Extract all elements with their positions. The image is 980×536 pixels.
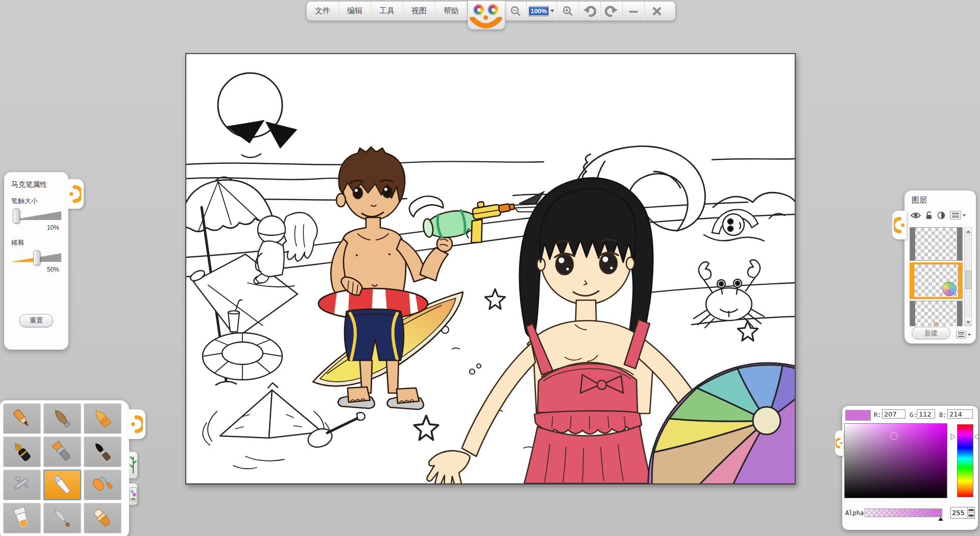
alpha-slider[interactable] xyxy=(865,508,942,517)
tool-marker[interactable] xyxy=(43,470,81,500)
minimize-button[interactable] xyxy=(623,2,645,20)
alpha-increment-button[interactable] xyxy=(968,507,974,513)
collapse-handle-icon xyxy=(131,413,143,435)
tool-paint-jar[interactable] xyxy=(3,503,41,533)
tool-palette-collapse-handle[interactable] xyxy=(128,409,145,439)
menu-help[interactable]: 帮助 xyxy=(435,2,468,20)
current-color-swatch[interactable] xyxy=(845,410,871,421)
scroll-up-button[interactable] xyxy=(965,228,971,235)
menu-file[interactable]: 文件 xyxy=(307,2,339,20)
menu-lines-icon xyxy=(956,331,966,338)
tool-flat-brush[interactable] xyxy=(43,436,81,467)
water-gun xyxy=(408,183,519,253)
zoom-out-button[interactable] xyxy=(505,2,527,20)
new-layer-button[interactable]: 新建 xyxy=(912,327,950,339)
tool-crayon[interactable] xyxy=(84,403,121,434)
drawing-canvas[interactable] xyxy=(185,53,796,484)
dilute-slider-handle[interactable] xyxy=(33,250,40,265)
layer-item-2-selected[interactable] xyxy=(910,262,963,299)
tool-fountain-pen[interactable] xyxy=(3,436,41,467)
clown-mascot-handle[interactable] xyxy=(468,2,505,20)
red-input[interactable] xyxy=(882,409,905,419)
tab-plant-stamp[interactable] xyxy=(129,451,138,479)
marker-panel-collapse-handle[interactable] xyxy=(66,179,84,209)
collapse-handle-icon xyxy=(894,214,905,236)
saturation-value-field[interactable] xyxy=(844,423,947,498)
brush-size-slider-handle[interactable] xyxy=(13,208,20,224)
hue-bar[interactable] xyxy=(957,424,973,497)
layer-visibility-eye-icon[interactable] xyxy=(911,212,921,219)
sun-with-sunglasses xyxy=(218,73,297,158)
green-label: G: xyxy=(910,411,917,419)
layer-item-3[interactable] xyxy=(910,301,963,326)
thumb-letterbox xyxy=(957,301,962,326)
close-icon xyxy=(652,6,662,16)
layer-thumbnail-beach-ball xyxy=(942,282,957,296)
layers-panel-title: 图层 xyxy=(912,196,927,205)
picture-stamp-icon xyxy=(129,486,137,502)
brush-size-label: 笔触大小 xyxy=(11,197,61,206)
beach-scene xyxy=(186,54,795,483)
tool-paint-roller[interactable] xyxy=(84,470,121,500)
hue-marker-right-icon[interactable] xyxy=(974,433,979,440)
plant-stamp-icon xyxy=(129,455,137,475)
red-label: R: xyxy=(874,411,881,419)
layers-menu-button[interactable] xyxy=(950,211,966,220)
zoom-level-field[interactable]: 100% xyxy=(527,2,557,20)
redo-icon xyxy=(605,5,618,17)
scrollbar-thumb[interactable] xyxy=(965,271,972,289)
close-button[interactable] xyxy=(645,2,669,20)
clown-eye-icon xyxy=(487,4,499,15)
layers-list xyxy=(910,227,964,326)
color-position-marker[interactable] xyxy=(890,432,898,440)
menu-caret-icon xyxy=(968,334,971,336)
green-input[interactable] xyxy=(917,409,935,419)
blue-input[interactable] xyxy=(947,409,973,419)
dilute-value: 50% xyxy=(11,266,59,273)
layers-scrollbar[interactable] xyxy=(964,227,972,326)
menu-caret-icon xyxy=(963,214,966,216)
layers-panel-collapse-handle[interactable] xyxy=(892,211,906,239)
layer-item-1[interactable] xyxy=(910,227,963,261)
zoom-dropdown-caret-icon[interactable] xyxy=(550,10,554,12)
zoom-out-icon xyxy=(510,6,521,17)
reset-button[interactable]: 重置 xyxy=(19,314,53,327)
brush-size-slider[interactable] xyxy=(11,209,61,223)
tab-picture-stamp[interactable] xyxy=(129,483,138,505)
marker-properties-panel: 马克笔属性 笔触大小 10% 稀释 50% 重置 xyxy=(4,172,68,350)
swimmer xyxy=(704,209,785,241)
boy-with-water-gun xyxy=(312,147,519,409)
tool-ink-brush[interactable] xyxy=(84,436,121,467)
alpha-slider-marker[interactable] xyxy=(938,517,943,521)
color-picker-collapse-handle[interactable] xyxy=(835,430,843,456)
zoom-in-button[interactable] xyxy=(557,2,579,20)
scroll-down-button[interactable] xyxy=(965,319,971,326)
clown-eye-icon xyxy=(473,4,484,15)
menu-view[interactable]: 视图 xyxy=(403,2,435,20)
tool-pencil[interactable] xyxy=(3,403,41,434)
tool-airbrush[interactable] xyxy=(3,470,41,500)
layer-blend-contrast-icon[interactable] xyxy=(937,211,945,220)
menu-lines-icon xyxy=(950,211,961,220)
tool-wooden-pen[interactable] xyxy=(43,403,81,434)
thumb-letterbox xyxy=(910,228,915,260)
layer-lock-icon[interactable] xyxy=(925,211,933,220)
alpha-spinner xyxy=(950,507,975,519)
alpha-decrement-button[interactable] xyxy=(968,513,974,518)
menu-edit[interactable]: 编辑 xyxy=(339,2,371,20)
layers-options-button[interactable] xyxy=(956,331,971,338)
layer-thumbnail-figure xyxy=(932,322,941,326)
undo-button[interactable] xyxy=(579,2,601,20)
alpha-value-input[interactable] xyxy=(951,507,967,518)
tool-palette-panel xyxy=(0,400,129,536)
collapse-handle-icon xyxy=(69,183,81,205)
tool-eraser[interactable] xyxy=(84,503,121,533)
menu-tools[interactable]: 工具 xyxy=(371,2,403,20)
zoom-level-value: 100% xyxy=(529,7,549,15)
redo-button[interactable] xyxy=(601,2,623,20)
sand-pyramid xyxy=(203,383,330,469)
dilute-slider[interactable] xyxy=(11,251,61,265)
tool-palette-knife[interactable] xyxy=(43,503,81,533)
hue-marker-left-icon[interactable] xyxy=(950,433,955,440)
thumb-letterbox xyxy=(957,228,962,260)
